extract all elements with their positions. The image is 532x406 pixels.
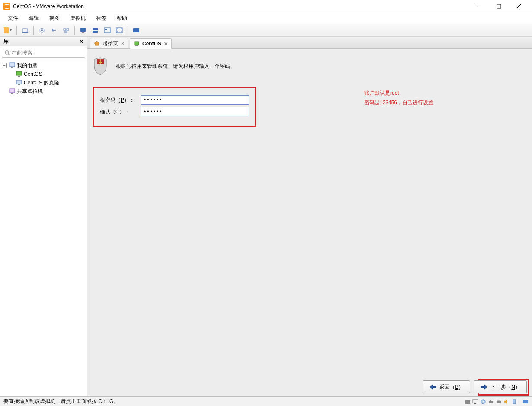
svg-point-32 [483, 401, 484, 402]
appliance-view-button[interactable] [90, 25, 101, 35]
password-form-highlight: 根密码（P）： 确认（C）： [93, 87, 256, 127]
next-button[interactable]: 下一步（N） [474, 380, 527, 393]
svg-rect-1 [23, 29, 27, 32]
svg-rect-33 [489, 401, 493, 403]
printer-icon[interactable] [496, 399, 502, 405]
menu-tabs[interactable]: 标签 [92, 14, 111, 23]
svg-point-4 [41, 29, 43, 31]
main-area: 起始页 ✕ CentOS ✕ 根帐号被用来管理系统。请为根用户输入一个密码。 [87, 37, 532, 396]
window-title: CentOS - VMware Workstation [13, 3, 469, 10]
svg-rect-0 [497, 4, 501, 8]
svg-rect-25 [135, 42, 139, 45]
device-button[interactable] [19, 25, 31, 35]
collapse-icon[interactable]: − [2, 63, 7, 68]
menu-help[interactable]: 帮助 [112, 14, 131, 23]
svg-rect-37 [513, 400, 516, 404]
search-icon [4, 50, 10, 56]
tabs-row: 起始页 ✕ CentOS ✕ [87, 37, 532, 49]
maximize-button[interactable] [489, 0, 509, 13]
root-password-label: 根密码（P）： [100, 97, 141, 104]
tree-centos-clone[interactable]: CentOS 的克隆 [16, 78, 85, 87]
disk-icon[interactable] [465, 399, 471, 405]
svg-rect-13 [105, 29, 107, 30]
tree-shared-vms[interactable]: 共享虚拟机 [9, 87, 85, 96]
tree-label: CentOS 的克隆 [24, 79, 59, 87]
svg-rect-36 [497, 400, 500, 401]
tab-centos[interactable]: CentOS ✕ [130, 38, 172, 49]
tab-close-icon[interactable]: ✕ [164, 41, 168, 47]
statusbar: 要直接输入到该虚拟机，请点击里面或按 Ctrl+G。 [0, 396, 532, 406]
separator [128, 26, 128, 35]
confirm-password-input[interactable] [141, 107, 249, 116]
svg-rect-24 [11, 93, 13, 94]
svg-rect-8 [80, 28, 86, 32]
unity-button[interactable] [102, 25, 113, 35]
app-icon [3, 3, 10, 10]
shield-icon [93, 57, 108, 76]
root-password-input[interactable] [141, 95, 249, 105]
vm-tree: − 我的电脑 CentOS CentOS 的克隆 共享虚拟机 [0, 59, 87, 396]
home-icon [94, 40, 100, 46]
svg-point-16 [5, 51, 9, 54]
close-button[interactable] [509, 0, 529, 13]
tree-centos[interactable]: CentOS [16, 70, 85, 78]
menu-view[interactable]: 视图 [45, 14, 64, 23]
tree-label: CentOS [24, 71, 42, 77]
console-view-button[interactable] [77, 25, 89, 35]
confirm-password-label: 确认（C）： [100, 108, 141, 116]
network-icon[interactable] [488, 399, 494, 405]
vm-running-icon [16, 71, 22, 77]
svg-rect-29 [473, 400, 478, 403]
minimize-button[interactable] [469, 0, 489, 13]
tab-label: CentOS [142, 41, 161, 47]
tab-label: 起始页 [103, 40, 118, 47]
snapshot-button[interactable] [36, 25, 48, 35]
sidebar-header: 库 ✕ [0, 37, 87, 46]
usb-icon[interactable] [511, 399, 517, 405]
tab-close-icon[interactable]: ✕ [121, 41, 125, 46]
tree-label: 我的电脑 [17, 62, 38, 69]
toolbar: ▼ [0, 24, 532, 37]
svg-rect-11 [93, 31, 98, 33]
svg-rect-20 [18, 76, 20, 77]
sidebar-close-button[interactable]: ✕ [79, 39, 83, 45]
vm-running-icon [134, 41, 140, 47]
svg-rect-10 [93, 28, 98, 30]
svg-rect-38 [523, 400, 528, 403]
svg-rect-18 [11, 67, 13, 68]
back-button[interactable]: 返回（B） [423, 380, 470, 393]
sidebar: 库 ✕ − 我的电脑 CentOS CentOS 的克隆 [0, 37, 87, 396]
svg-rect-7 [65, 31, 67, 33]
message-icon[interactable] [522, 399, 529, 405]
sound-icon[interactable] [503, 399, 510, 405]
tab-home[interactable]: 起始页 ✕ [90, 38, 128, 48]
thumbnail-bar-button[interactable] [131, 25, 142, 35]
arrow-left-icon [429, 384, 437, 390]
search-input[interactable] [2, 48, 85, 58]
menu-file[interactable]: 文件 [3, 14, 22, 23]
separator [33, 26, 34, 35]
sidebar-title: 库 [3, 38, 9, 45]
svg-rect-23 [10, 89, 15, 93]
svg-rect-19 [16, 71, 22, 75]
cd-icon[interactable] [480, 399, 486, 405]
fullscreen-button[interactable] [114, 25, 125, 35]
menu-edit[interactable]: 编辑 [24, 14, 43, 23]
menu-vm[interactable]: 虚拟机 [66, 14, 90, 23]
installer-content[interactable]: 根帐号被用来管理系统。请为根用户输入一个密码。 根密码（P）： 确认（C）： 账… [87, 49, 532, 396]
menubar: 文件 编辑 视图 虚拟机 标签 帮助 [0, 13, 532, 24]
arrow-right-icon [480, 384, 488, 390]
svg-rect-15 [133, 28, 139, 32]
tree-my-computer[interactable]: − 我的电脑 [2, 61, 85, 70]
manage-snapshots-button[interactable] [61, 25, 72, 35]
svg-rect-21 [16, 80, 22, 84]
svg-rect-2 [22, 32, 28, 33]
monitor-icon[interactable] [472, 399, 478, 405]
annotation-text: 账户默认是root 密码是123456，自己进行设置 [364, 89, 433, 107]
pause-button[interactable]: ▼ [3, 25, 14, 35]
computer-icon [9, 62, 16, 69]
svg-rect-34 [490, 400, 491, 401]
revert-button[interactable] [48, 25, 60, 35]
svg-rect-35 [497, 401, 501, 403]
titlebar: CentOS - VMware Workstation [0, 0, 532, 13]
